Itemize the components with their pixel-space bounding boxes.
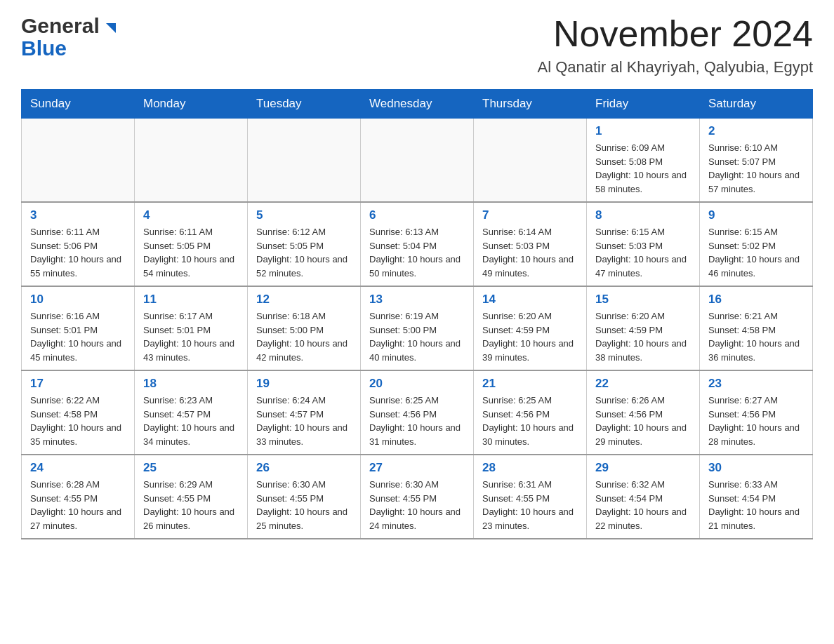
calendar-cell: 17Sunrise: 6:22 AMSunset: 4:58 PMDayligh… — [22, 370, 135, 455]
day-number: 2 — [708, 124, 804, 138]
calendar-cell: 15Sunrise: 6:20 AMSunset: 4:59 PMDayligh… — [587, 286, 700, 370]
day-info: Sunrise: 6:24 AMSunset: 4:57 PMDaylight:… — [256, 394, 352, 448]
day-info: Sunrise: 6:18 AMSunset: 5:00 PMDaylight:… — [256, 309, 352, 364]
calendar-cell: 25Sunrise: 6:29 AMSunset: 4:55 PMDayligh… — [135, 455, 248, 539]
calendar-cell: 28Sunrise: 6:31 AMSunset: 4:55 PMDayligh… — [474, 455, 587, 539]
day-number: 12 — [256, 293, 352, 307]
calendar-cell: 18Sunrise: 6:23 AMSunset: 4:57 PMDayligh… — [135, 370, 248, 455]
calendar-cell: 9Sunrise: 6:15 AMSunset: 5:02 PMDaylight… — [700, 202, 813, 286]
calendar-cell — [474, 119, 587, 203]
svg-marker-0 — [106, 23, 116, 33]
day-number: 1 — [595, 124, 691, 138]
day-number: 14 — [482, 293, 578, 307]
calendar-cell: 1Sunrise: 6:09 AMSunset: 5:08 PMDaylight… — [587, 119, 700, 203]
week-row-4: 17Sunrise: 6:22 AMSunset: 4:58 PMDayligh… — [22, 370, 813, 455]
calendar-header-row: Sunday Monday Tuesday Wednesday Thursday… — [22, 90, 813, 119]
calendar-cell — [361, 119, 474, 203]
day-info: Sunrise: 6:11 AMSunset: 5:06 PMDaylight:… — [30, 225, 126, 280]
day-info: Sunrise: 6:29 AMSunset: 4:55 PMDaylight:… — [143, 478, 239, 532]
calendar-cell: 14Sunrise: 6:20 AMSunset: 4:59 PMDayligh… — [474, 286, 587, 370]
calendar-cell: 20Sunrise: 6:25 AMSunset: 4:56 PMDayligh… — [361, 370, 474, 455]
day-info: Sunrise: 6:23 AMSunset: 4:57 PMDaylight:… — [143, 394, 239, 448]
calendar-cell: 23Sunrise: 6:27 AMSunset: 4:56 PMDayligh… — [700, 370, 813, 455]
header-monday: Monday — [135, 90, 248, 119]
day-number: 28 — [482, 461, 578, 475]
day-info: Sunrise: 6:11 AMSunset: 5:05 PMDaylight:… — [143, 225, 239, 280]
day-info: Sunrise: 6:27 AMSunset: 4:56 PMDaylight:… — [708, 394, 804, 448]
day-number: 25 — [143, 461, 239, 475]
logo-blue-text: Blue — [21, 36, 67, 60]
page-header: General Blue November 2024 Al Qanatir al… — [21, 14, 813, 76]
day-info: Sunrise: 6:25 AMSunset: 4:56 PMDaylight:… — [482, 394, 578, 448]
header-friday: Friday — [587, 90, 700, 119]
header-thursday: Thursday — [474, 90, 587, 119]
week-row-2: 3Sunrise: 6:11 AMSunset: 5:06 PMDaylight… — [22, 202, 813, 286]
calendar-cell: 2Sunrise: 6:10 AMSunset: 5:07 PMDaylight… — [700, 119, 813, 203]
calendar-table: Sunday Monday Tuesday Wednesday Thursday… — [21, 89, 813, 539]
day-info: Sunrise: 6:33 AMSunset: 4:54 PMDaylight:… — [708, 478, 804, 532]
calendar-cell: 7Sunrise: 6:14 AMSunset: 5:03 PMDaylight… — [474, 202, 587, 286]
day-number: 22 — [595, 377, 691, 391]
day-number: 11 — [143, 293, 239, 307]
logo-general-text: General — [21, 14, 100, 38]
week-row-3: 10Sunrise: 6:16 AMSunset: 5:01 PMDayligh… — [22, 286, 813, 370]
day-info: Sunrise: 6:20 AMSunset: 4:59 PMDaylight:… — [482, 309, 578, 364]
calendar-cell: 16Sunrise: 6:21 AMSunset: 4:58 PMDayligh… — [700, 286, 813, 370]
title-section: November 2024 Al Qanatir al Khayriyah, Q… — [537, 14, 813, 76]
day-number: 27 — [369, 461, 465, 475]
calendar-cell: 4Sunrise: 6:11 AMSunset: 5:05 PMDaylight… — [135, 202, 248, 286]
day-number: 18 — [143, 377, 239, 391]
calendar-cell: 11Sunrise: 6:17 AMSunset: 5:01 PMDayligh… — [135, 286, 248, 370]
calendar-cell: 29Sunrise: 6:32 AMSunset: 4:54 PMDayligh… — [587, 455, 700, 539]
calendar-cell: 10Sunrise: 6:16 AMSunset: 5:01 PMDayligh… — [22, 286, 135, 370]
day-info: Sunrise: 6:26 AMSunset: 4:56 PMDaylight:… — [595, 394, 691, 448]
day-info: Sunrise: 6:15 AMSunset: 5:02 PMDaylight:… — [708, 225, 804, 280]
calendar-cell: 3Sunrise: 6:11 AMSunset: 5:06 PMDaylight… — [22, 202, 135, 286]
day-number: 4 — [143, 208, 239, 222]
header-sunday: Sunday — [22, 90, 135, 119]
header-saturday: Saturday — [700, 90, 813, 119]
day-info: Sunrise: 6:19 AMSunset: 5:00 PMDaylight:… — [369, 309, 465, 364]
day-info: Sunrise: 6:21 AMSunset: 4:58 PMDaylight:… — [708, 309, 804, 364]
day-info: Sunrise: 6:17 AMSunset: 5:01 PMDaylight:… — [143, 309, 239, 364]
calendar-cell: 5Sunrise: 6:12 AMSunset: 5:05 PMDaylight… — [248, 202, 361, 286]
calendar-cell — [22, 119, 135, 203]
calendar-cell: 27Sunrise: 6:30 AMSunset: 4:55 PMDayligh… — [361, 455, 474, 539]
location-title: Al Qanatir al Khayriyah, Qalyubia, Egypt — [537, 58, 813, 76]
day-number: 3 — [30, 208, 126, 222]
logo: General Blue — [21, 14, 117, 60]
day-number: 9 — [708, 208, 804, 222]
day-number: 8 — [595, 208, 691, 222]
calendar-cell: 6Sunrise: 6:13 AMSunset: 5:04 PMDaylight… — [361, 202, 474, 286]
day-info: Sunrise: 6:16 AMSunset: 5:01 PMDaylight:… — [30, 309, 126, 364]
calendar-cell — [248, 119, 361, 203]
day-number: 5 — [256, 208, 352, 222]
day-info: Sunrise: 6:31 AMSunset: 4:55 PMDaylight:… — [482, 478, 578, 532]
day-info: Sunrise: 6:28 AMSunset: 4:55 PMDaylight:… — [30, 478, 126, 532]
day-number: 21 — [482, 377, 578, 391]
day-number: 7 — [482, 208, 578, 222]
header-wednesday: Wednesday — [361, 90, 474, 119]
calendar-cell: 24Sunrise: 6:28 AMSunset: 4:55 PMDayligh… — [22, 455, 135, 539]
calendar-cell: 12Sunrise: 6:18 AMSunset: 5:00 PMDayligh… — [248, 286, 361, 370]
calendar-cell: 30Sunrise: 6:33 AMSunset: 4:54 PMDayligh… — [700, 455, 813, 539]
day-number: 6 — [369, 208, 465, 222]
day-number: 16 — [708, 293, 804, 307]
day-info: Sunrise: 6:10 AMSunset: 5:07 PMDaylight:… — [708, 141, 804, 196]
day-info: Sunrise: 6:14 AMSunset: 5:03 PMDaylight:… — [482, 225, 578, 280]
day-number: 24 — [30, 461, 126, 475]
day-info: Sunrise: 6:20 AMSunset: 4:59 PMDaylight:… — [595, 309, 691, 364]
week-row-5: 24Sunrise: 6:28 AMSunset: 4:55 PMDayligh… — [22, 455, 813, 539]
day-info: Sunrise: 6:15 AMSunset: 5:03 PMDaylight:… — [595, 225, 691, 280]
day-number: 10 — [30, 293, 126, 307]
day-number: 26 — [256, 461, 352, 475]
day-info: Sunrise: 6:30 AMSunset: 4:55 PMDaylight:… — [256, 478, 352, 532]
week-row-1: 1Sunrise: 6:09 AMSunset: 5:08 PMDaylight… — [22, 119, 813, 203]
calendar-cell: 13Sunrise: 6:19 AMSunset: 5:00 PMDayligh… — [361, 286, 474, 370]
day-number: 17 — [30, 377, 126, 391]
calendar-cell: 21Sunrise: 6:25 AMSunset: 4:56 PMDayligh… — [474, 370, 587, 455]
month-title: November 2024 — [537, 14, 813, 54]
logo-arrow-icon — [102, 20, 117, 36]
day-number: 30 — [708, 461, 804, 475]
day-number: 20 — [369, 377, 465, 391]
